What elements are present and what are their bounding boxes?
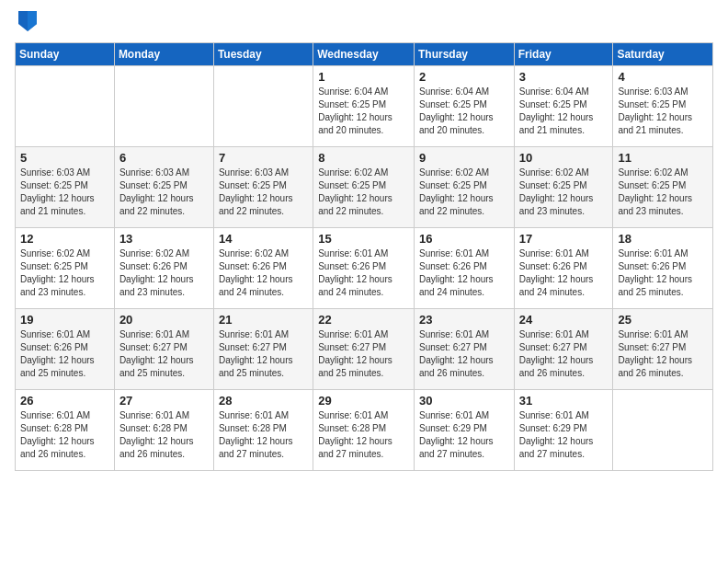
day-number: 17 xyxy=(519,232,609,246)
logo xyxy=(15,11,39,33)
day-number: 26 xyxy=(20,394,109,408)
calendar-cell: 2Sunrise: 6:04 AM Sunset: 6:25 PM Daylig… xyxy=(414,66,514,147)
calendar-cell: 1Sunrise: 6:04 AM Sunset: 6:25 PM Daylig… xyxy=(313,66,415,147)
calendar-cell: 29Sunrise: 6:01 AM Sunset: 6:28 PM Dayli… xyxy=(313,390,415,471)
calendar-cell xyxy=(16,66,115,147)
day-number: 11 xyxy=(618,151,708,165)
weekday-header: Thursday xyxy=(414,43,514,66)
calendar-cell: 12Sunrise: 6:02 AM Sunset: 6:25 PM Dayli… xyxy=(16,228,115,309)
calendar-cell: 5Sunrise: 6:03 AM Sunset: 6:25 PM Daylig… xyxy=(16,147,115,228)
calendar-cell: 18Sunrise: 6:01 AM Sunset: 6:26 PM Dayli… xyxy=(613,228,713,309)
calendar-week-row: 1Sunrise: 6:04 AM Sunset: 6:25 PM Daylig… xyxy=(16,66,713,147)
day-number: 19 xyxy=(20,313,109,327)
calendar-week-row: 19Sunrise: 6:01 AM Sunset: 6:26 PM Dayli… xyxy=(16,309,713,390)
weekday-header: Sunday xyxy=(16,43,115,66)
day-number: 12 xyxy=(20,232,109,246)
calendar-cell: 14Sunrise: 6:02 AM Sunset: 6:26 PM Dayli… xyxy=(213,228,313,309)
calendar-cell: 4Sunrise: 6:03 AM Sunset: 6:25 PM Daylig… xyxy=(613,66,713,147)
day-info: Sunrise: 6:02 AM Sunset: 6:25 PM Dayligh… xyxy=(618,167,708,218)
day-number: 29 xyxy=(318,394,409,408)
calendar-cell xyxy=(213,66,313,147)
day-number: 15 xyxy=(318,232,409,246)
page: SundayMondayTuesdayWednesdayThursdayFrid… xyxy=(0,0,728,563)
weekday-header: Saturday xyxy=(613,43,713,66)
day-info: Sunrise: 6:01 AM Sunset: 6:26 PM Dayligh… xyxy=(419,247,509,299)
day-number: 10 xyxy=(519,151,609,165)
calendar-cell xyxy=(114,66,213,147)
day-info: Sunrise: 6:01 AM Sunset: 6:27 PM Dayligh… xyxy=(618,328,708,380)
day-number: 5 xyxy=(20,151,109,165)
calendar-cell xyxy=(613,390,713,471)
day-number: 9 xyxy=(419,151,509,165)
day-info: Sunrise: 6:02 AM Sunset: 6:26 PM Dayligh… xyxy=(219,247,308,299)
day-number: 28 xyxy=(219,394,308,408)
header xyxy=(15,11,713,33)
day-number: 14 xyxy=(219,232,308,246)
calendar-cell: 15Sunrise: 6:01 AM Sunset: 6:26 PM Dayli… xyxy=(313,228,415,309)
day-info: Sunrise: 6:01 AM Sunset: 6:26 PM Dayligh… xyxy=(618,247,708,299)
svg-marker-1 xyxy=(28,11,37,31)
calendar-week-row: 12Sunrise: 6:02 AM Sunset: 6:25 PM Dayli… xyxy=(16,228,713,309)
logo-text xyxy=(15,11,39,33)
day-number: 31 xyxy=(519,394,609,408)
day-info: Sunrise: 6:02 AM Sunset: 6:25 PM Dayligh… xyxy=(419,167,509,218)
day-info: Sunrise: 6:02 AM Sunset: 6:25 PM Dayligh… xyxy=(20,247,109,299)
day-info: Sunrise: 6:01 AM Sunset: 6:26 PM Dayligh… xyxy=(20,328,109,380)
day-number: 4 xyxy=(618,70,708,84)
calendar-body: 1Sunrise: 6:04 AM Sunset: 6:25 PM Daylig… xyxy=(16,66,713,471)
day-info: Sunrise: 6:01 AM Sunset: 6:28 PM Dayligh… xyxy=(119,409,209,461)
calendar-cell: 7Sunrise: 6:03 AM Sunset: 6:25 PM Daylig… xyxy=(213,147,313,228)
day-info: Sunrise: 6:02 AM Sunset: 6:25 PM Dayligh… xyxy=(519,167,609,218)
day-info: Sunrise: 6:01 AM Sunset: 6:28 PM Dayligh… xyxy=(318,409,409,461)
day-info: Sunrise: 6:01 AM Sunset: 6:29 PM Dayligh… xyxy=(419,409,509,461)
calendar-cell: 25Sunrise: 6:01 AM Sunset: 6:27 PM Dayli… xyxy=(613,309,713,390)
calendar-cell: 22Sunrise: 6:01 AM Sunset: 6:27 PM Dayli… xyxy=(313,309,415,390)
calendar-cell: 6Sunrise: 6:03 AM Sunset: 6:25 PM Daylig… xyxy=(114,147,213,228)
day-number: 16 xyxy=(419,232,509,246)
weekday-header: Monday xyxy=(114,43,213,66)
day-info: Sunrise: 6:01 AM Sunset: 6:27 PM Dayligh… xyxy=(119,328,209,380)
day-number: 30 xyxy=(419,394,509,408)
calendar-cell: 16Sunrise: 6:01 AM Sunset: 6:26 PM Dayli… xyxy=(414,228,514,309)
calendar-cell: 19Sunrise: 6:01 AM Sunset: 6:26 PM Dayli… xyxy=(16,309,115,390)
weekday-header: Tuesday xyxy=(213,43,313,66)
day-info: Sunrise: 6:01 AM Sunset: 6:27 PM Dayligh… xyxy=(219,328,308,380)
day-info: Sunrise: 6:01 AM Sunset: 6:27 PM Dayligh… xyxy=(519,328,609,380)
day-info: Sunrise: 6:01 AM Sunset: 6:29 PM Dayligh… xyxy=(519,409,609,461)
calendar-cell: 10Sunrise: 6:02 AM Sunset: 6:25 PM Dayli… xyxy=(514,147,613,228)
calendar-cell: 3Sunrise: 6:04 AM Sunset: 6:25 PM Daylig… xyxy=(514,66,613,147)
day-info: Sunrise: 6:03 AM Sunset: 6:25 PM Dayligh… xyxy=(219,167,308,218)
calendar-cell: 26Sunrise: 6:01 AM Sunset: 6:28 PM Dayli… xyxy=(16,390,115,471)
day-number: 2 xyxy=(419,70,509,84)
weekday-header: Wednesday xyxy=(313,43,415,66)
day-number: 20 xyxy=(119,313,209,327)
day-info: Sunrise: 6:03 AM Sunset: 6:25 PM Dayligh… xyxy=(119,167,209,218)
day-info: Sunrise: 6:04 AM Sunset: 6:25 PM Dayligh… xyxy=(318,86,409,137)
day-info: Sunrise: 6:02 AM Sunset: 6:25 PM Dayligh… xyxy=(318,167,409,218)
calendar-cell: 23Sunrise: 6:01 AM Sunset: 6:27 PM Dayli… xyxy=(414,309,514,390)
logo-icon xyxy=(17,7,39,33)
calendar: SundayMondayTuesdayWednesdayThursdayFrid… xyxy=(15,42,713,471)
day-number: 13 xyxy=(119,232,209,246)
day-number: 1 xyxy=(318,70,409,84)
day-number: 7 xyxy=(219,151,308,165)
calendar-cell: 9Sunrise: 6:02 AM Sunset: 6:25 PM Daylig… xyxy=(414,147,514,228)
day-number: 21 xyxy=(219,313,308,327)
day-info: Sunrise: 6:01 AM Sunset: 6:27 PM Dayligh… xyxy=(419,328,509,380)
day-info: Sunrise: 6:01 AM Sunset: 6:26 PM Dayligh… xyxy=(519,247,609,299)
calendar-cell: 11Sunrise: 6:02 AM Sunset: 6:25 PM Dayli… xyxy=(613,147,713,228)
day-number: 3 xyxy=(519,70,609,84)
day-info: Sunrise: 6:01 AM Sunset: 6:26 PM Dayligh… xyxy=(318,247,409,299)
day-number: 18 xyxy=(618,232,708,246)
calendar-cell: 30Sunrise: 6:01 AM Sunset: 6:29 PM Dayli… xyxy=(414,390,514,471)
calendar-cell: 27Sunrise: 6:01 AM Sunset: 6:28 PM Dayli… xyxy=(114,390,213,471)
calendar-cell: 21Sunrise: 6:01 AM Sunset: 6:27 PM Dayli… xyxy=(213,309,313,390)
day-info: Sunrise: 6:03 AM Sunset: 6:25 PM Dayligh… xyxy=(618,86,708,137)
day-info: Sunrise: 6:02 AM Sunset: 6:26 PM Dayligh… xyxy=(119,247,209,299)
day-number: 8 xyxy=(318,151,409,165)
calendar-cell: 20Sunrise: 6:01 AM Sunset: 6:27 PM Dayli… xyxy=(114,309,213,390)
day-number: 22 xyxy=(318,313,409,327)
weekday-header: Friday xyxy=(514,43,613,66)
day-info: Sunrise: 6:04 AM Sunset: 6:25 PM Dayligh… xyxy=(519,86,609,137)
day-info: Sunrise: 6:01 AM Sunset: 6:28 PM Dayligh… xyxy=(219,409,308,461)
